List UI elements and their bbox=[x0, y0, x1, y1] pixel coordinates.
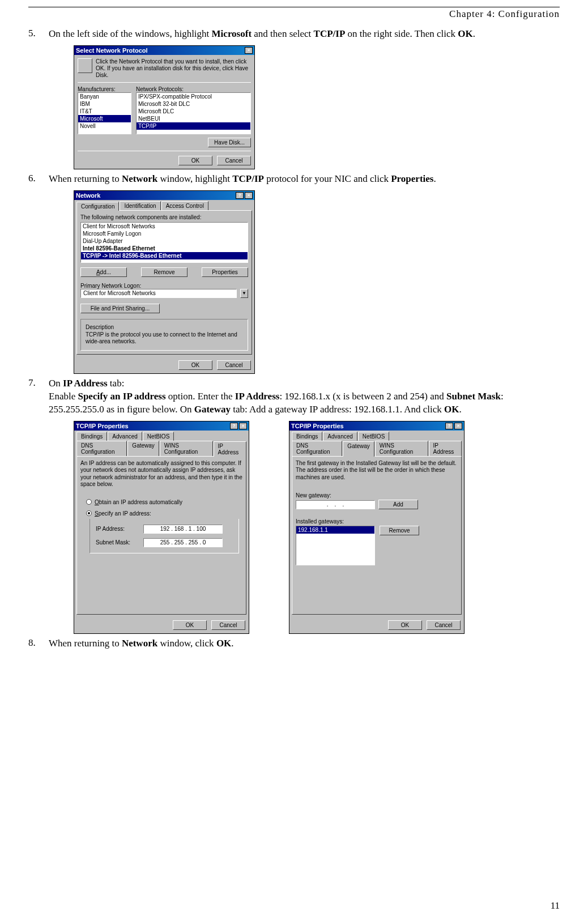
step-5-number: 5. bbox=[28, 28, 49, 41]
add-gateway-button[interactable]: Add bbox=[378, 500, 418, 509]
step-7-text: On IP Address tab: Enable Specify an IP … bbox=[49, 377, 560, 416]
tab-netbios[interactable]: NetBIOS bbox=[143, 432, 174, 441]
ipaddress-intro: An IP address can be automatically assig… bbox=[80, 460, 242, 488]
radio-specify[interactable]: Specify an IP address: bbox=[86, 510, 242, 517]
installed-gateways-label: Installed gateways: bbox=[296, 518, 458, 525]
dialog-intro: Click the Network Protocol that you want… bbox=[96, 58, 251, 79]
ok-button[interactable]: OK bbox=[388, 620, 422, 630]
primary-logon-label: Primary Network Logon: bbox=[80, 283, 248, 289]
ip-address-label: IP Address: bbox=[96, 526, 140, 532]
subnet-mask-label: Subnet Mask: bbox=[96, 539, 140, 546]
ok-button[interactable]: OK bbox=[178, 360, 212, 370]
list-item[interactable]: Microsoft 32-bit DLC bbox=[137, 100, 250, 108]
list-item[interactable]: Client for Microsoft Networks bbox=[81, 223, 248, 230]
list-item[interactable]: Intel 82596-Based Ethernet bbox=[81, 245, 248, 252]
tab-gateway[interactable]: Gateway bbox=[127, 441, 159, 456]
components-label: The following network components are ins… bbox=[80, 214, 248, 220]
help-icon[interactable]: ? bbox=[230, 423, 238, 429]
tcpip-properties-gateway-dialog: TCP/IP Properties ? × Bindings Advanced … bbox=[289, 421, 465, 634]
list-item[interactable]: Dial-Up Adapter bbox=[81, 237, 248, 245]
chapter-header: Chapter 4: Configuration bbox=[28, 8, 560, 20]
remove-button[interactable]: Remove bbox=[141, 267, 188, 277]
close-icon[interactable]: × bbox=[245, 47, 253, 54]
tab-identification[interactable]: Identification bbox=[120, 201, 160, 210]
components-list[interactable]: Client for Microsoft Networks Microsoft … bbox=[80, 222, 248, 263]
tab-advanced[interactable]: Advanced bbox=[323, 432, 357, 441]
dialog-title: TCP/IP Properties bbox=[76, 423, 129, 429]
help-icon[interactable]: ? bbox=[236, 192, 244, 199]
description-label: Description bbox=[86, 324, 243, 330]
dialog-title: Network bbox=[76, 192, 100, 199]
network-dialog: Network ? × Configuration Identification… bbox=[74, 190, 255, 374]
gateway-intro: The first gateway in the Installed Gatew… bbox=[296, 460, 458, 482]
tab-dns[interactable]: DNS Configuration bbox=[292, 441, 342, 456]
file-print-sharing-button[interactable]: File and Print Sharing... bbox=[80, 304, 160, 313]
list-item[interactable]: TCP/IP -> Intel 82596-Based Ethernet bbox=[81, 252, 248, 259]
list-item[interactable]: IBM bbox=[78, 100, 131, 108]
tab-ipaddress[interactable]: IP Address bbox=[214, 441, 246, 457]
tab-advanced[interactable]: Advanced bbox=[108, 432, 142, 441]
list-item[interactable]: Microsoft Family Logon bbox=[81, 230, 248, 237]
radio-obtain[interactable]: Obtain an IP address automatically bbox=[86, 499, 242, 505]
list-item[interactable]: NetBEUI bbox=[137, 115, 250, 122]
step-8-text: When returning to Network window, click … bbox=[49, 637, 560, 650]
have-disk-button[interactable]: Have Disk... bbox=[208, 138, 251, 147]
list-item[interactable]: 192.168.1.1 bbox=[296, 526, 374, 534]
close-icon[interactable]: × bbox=[454, 423, 462, 429]
ok-button[interactable]: OK bbox=[178, 156, 212, 165]
list-item[interactable]: Microsoft bbox=[78, 115, 131, 122]
tab-netbios[interactable]: NetBIOS bbox=[358, 432, 389, 441]
new-gateway-label: New gateway: bbox=[296, 492, 458, 499]
protocols-list[interactable]: IPX/SPX-compatible Protocol Microsoft 32… bbox=[136, 92, 251, 134]
ip-address-field[interactable]: 192 . 168 . 1 . 100 bbox=[143, 525, 223, 534]
tab-wins[interactable]: WINS Configuration bbox=[160, 441, 213, 456]
tab-access-control[interactable]: Access Control bbox=[161, 201, 208, 210]
page-number: 11 bbox=[551, 900, 560, 911]
chevron-down-icon[interactable]: ▼ bbox=[240, 289, 248, 298]
manufacturers-list[interactable]: Banyan IBM IT&T Microsoft Novell bbox=[78, 92, 131, 134]
cancel-button[interactable]: Cancel bbox=[427, 620, 461, 630]
manufacturers-label: Manufacturers: bbox=[78, 86, 131, 92]
new-gateway-field[interactable]: . . . bbox=[296, 500, 375, 509]
select-network-protocol-dialog: Select Network Protocol × Click the Netw… bbox=[74, 45, 255, 169]
step-8-number: 8. bbox=[28, 637, 49, 650]
subnet-mask-field[interactable]: 255 . 255 . 255 . 0 bbox=[143, 538, 223, 547]
help-icon[interactable]: ? bbox=[445, 423, 453, 429]
tab-wins[interactable]: WINS Configuration bbox=[375, 441, 428, 456]
step-5-text: On the left side of the windows, highlig… bbox=[49, 28, 560, 41]
protocol-icon bbox=[78, 58, 92, 73]
tcpip-properties-ipaddress-dialog: TCP/IP Properties ? × Bindings Advanced … bbox=[74, 421, 249, 634]
list-item[interactable]: Banyan bbox=[78, 93, 131, 100]
list-item[interactable]: IT&T bbox=[78, 108, 131, 115]
close-icon[interactable]: × bbox=[245, 192, 253, 199]
close-icon[interactable]: × bbox=[239, 423, 247, 429]
step-7-number: 7. bbox=[28, 377, 49, 416]
tab-dns[interactable]: DNS Configuration bbox=[76, 441, 127, 456]
properties-button[interactable]: Properties bbox=[202, 267, 248, 277]
protocols-label: Network Protocols: bbox=[136, 86, 251, 92]
tab-bindings[interactable]: Bindings bbox=[292, 432, 322, 441]
remove-gateway-button[interactable]: Remove bbox=[380, 526, 419, 535]
cancel-button[interactable]: Cancel bbox=[217, 156, 251, 165]
tab-bindings[interactable]: Bindings bbox=[76, 432, 107, 441]
step-6-text: When returning to Network window, highli… bbox=[49, 173, 560, 186]
cancel-button[interactable]: Cancel bbox=[217, 360, 251, 370]
primary-logon-select[interactable]: Client for Microsoft Networks bbox=[80, 289, 237, 298]
tab-gateway[interactable]: Gateway bbox=[343, 441, 374, 457]
cancel-button[interactable]: Cancel bbox=[211, 620, 245, 630]
list-item[interactable]: Novell bbox=[78, 122, 131, 130]
installed-gateways-list[interactable]: 192.168.1.1 bbox=[296, 526, 375, 565]
step-6-number: 6. bbox=[28, 173, 49, 186]
add-button[interactable]: AAdd...dd... bbox=[80, 267, 127, 277]
dialog-title: TCP/IP Properties bbox=[291, 423, 344, 429]
list-item[interactable]: IPX/SPX-compatible Protocol bbox=[137, 93, 250, 100]
dialog-title: Select Network Protocol bbox=[76, 47, 148, 54]
tab-configuration[interactable]: Configuration bbox=[76, 202, 119, 211]
ok-button[interactable]: OK bbox=[173, 620, 207, 630]
description-text: TCP/IP is the protocol you use to connec… bbox=[86, 331, 243, 346]
tab-ipaddress[interactable]: IP Address bbox=[429, 441, 462, 456]
list-item[interactable]: Microsoft DLC bbox=[137, 108, 250, 115]
list-item[interactable]: TCP/IP bbox=[137, 122, 250, 130]
